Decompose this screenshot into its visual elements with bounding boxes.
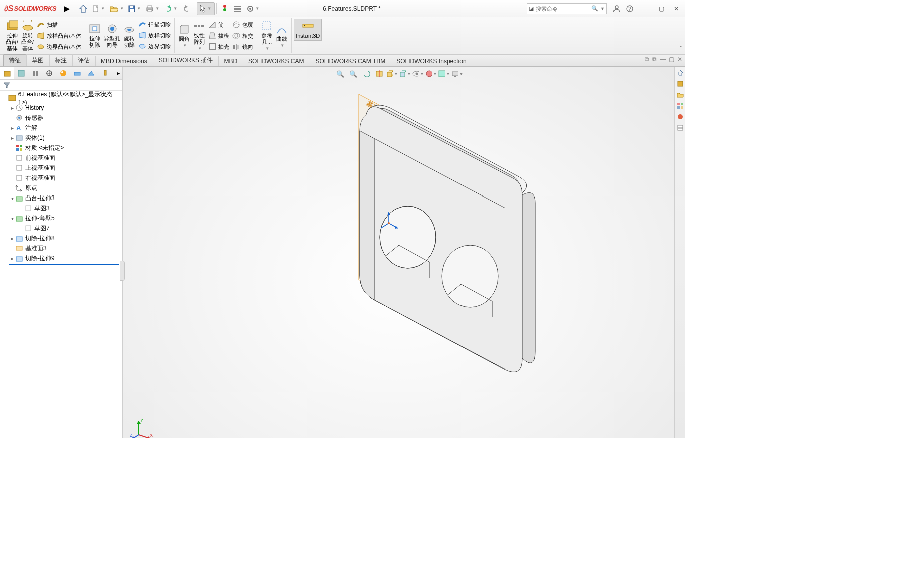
- save-button[interactable]: ▼: [126, 2, 144, 15]
- tab-features[interactable]: 特征: [3, 54, 26, 66]
- tab-sw-inspection[interactable]: SOLIDWORKS Inspection: [391, 56, 472, 66]
- previous-view-icon[interactable]: [360, 68, 372, 79]
- draft-button[interactable]: 拔模: [207, 30, 231, 41]
- extrude-cut-button[interactable]: 拉伸 切除: [87, 22, 102, 49]
- panel-splitter-handle[interactable]: [120, 261, 125, 281]
- print-button[interactable]: ▼: [144, 2, 162, 15]
- dimxpert-tab-icon[interactable]: [42, 67, 56, 79]
- doc-close-icon[interactable]: ✕: [677, 56, 682, 63]
- taskpane-view-palette-icon[interactable]: [675, 101, 685, 111]
- taskpane-library-icon[interactable]: [675, 79, 685, 89]
- sweep-cut-button[interactable]: 扫描切除: [137, 19, 172, 30]
- graphics-viewport[interactable]: 🔍 🔍 ▼ ▼ ▼ ▼ ▼ ▼ 基准面3: [123, 67, 674, 438]
- instant3d-button[interactable]: Instant3D: [294, 19, 322, 41]
- cam-tool-tab-icon[interactable]: [98, 67, 112, 79]
- tree-rollback-bar[interactable]: [9, 264, 119, 265]
- boundary-boss-button[interactable]: 边界凸台/基体: [35, 41, 83, 52]
- taskpane-custom-props-icon[interactable]: [675, 123, 685, 133]
- options-icon[interactable]: [231, 2, 244, 15]
- help-icon[interactable]: ?: [623, 2, 636, 15]
- tree-filter-icon[interactable]: [0, 80, 122, 91]
- taskpane-home-icon[interactable]: [675, 68, 685, 78]
- tree-right-plane[interactable]: 右视基准面: [0, 173, 122, 183]
- tree-boss-extrude3[interactable]: ▾凸台-拉伸3: [0, 193, 122, 203]
- tree-front-plane[interactable]: 前视基准面: [0, 153, 122, 163]
- rib-button[interactable]: 筋: [207, 19, 231, 30]
- doc-maximize-icon[interactable]: ▢: [669, 56, 674, 63]
- taskpane-file-explorer-icon[interactable]: [675, 90, 685, 100]
- zoom-fit-icon[interactable]: 🔍: [334, 68, 346, 79]
- tree-top-plane[interactable]: 上视基准面: [0, 163, 122, 173]
- tree-sketch3[interactable]: 草图3: [0, 203, 122, 213]
- tree-cut-extrude8[interactable]: ▸切除-拉伸8: [0, 233, 122, 243]
- mirror-button[interactable]: 镜向: [231, 41, 255, 52]
- zoom-area-icon[interactable]: 🔍: [347, 68, 359, 79]
- tab-mbd[interactable]: MBD: [218, 56, 243, 66]
- traffic-light-icon[interactable]: [218, 2, 231, 15]
- redo-button[interactable]: [180, 2, 193, 15]
- revolve-cut-button[interactable]: 旋转 切除: [122, 22, 137, 49]
- new-file-button[interactable]: ▼: [90, 2, 108, 15]
- doc-minimize-icon[interactable]: —: [660, 56, 666, 63]
- tree-cut-extrude9[interactable]: ▸切除-拉伸9: [0, 253, 122, 263]
- tree-solid-bodies[interactable]: ▸实体(1): [0, 133, 122, 143]
- window-close-button[interactable]: ✕: [669, 3, 683, 14]
- ribbon-collapse-icon[interactable]: ˆ: [680, 45, 682, 52]
- search-icon[interactable]: 🔍: [591, 5, 599, 12]
- doc-popout-icon[interactable]: ⧉: [652, 56, 657, 63]
- window-minimize-button[interactable]: ─: [639, 3, 653, 14]
- feature-tree-tab-icon[interactable]: [0, 67, 14, 79]
- fillet-button[interactable]: 圆角▼: [177, 22, 192, 50]
- tab-evaluate[interactable]: 评估: [72, 54, 95, 66]
- boundary-cut-button[interactable]: 边界切除: [137, 41, 172, 52]
- reference-geometry-button[interactable]: 参考 几...▼: [259, 19, 274, 53]
- hide-show-icon[interactable]: ▼: [412, 68, 424, 79]
- section-view-icon[interactable]: [373, 68, 385, 79]
- home-icon[interactable]: [77, 2, 90, 15]
- wrap-button[interactable]: 包覆: [231, 19, 255, 30]
- tree-annotations[interactable]: ▸A注解: [0, 123, 122, 133]
- tab-mbd-dimensions[interactable]: MBD Dimensions: [95, 56, 153, 66]
- display-style-icon[interactable]: ▼: [399, 68, 411, 79]
- search-field[interactable]: [536, 6, 591, 12]
- tab-sw-addins[interactable]: SOLIDWORKS 插件: [153, 54, 219, 66]
- curves-button[interactable]: 曲线▼: [274, 22, 289, 50]
- tab-annotate[interactable]: 标注: [49, 54, 72, 66]
- shell-button[interactable]: 抽壳: [207, 41, 231, 52]
- tab-sw-cam[interactable]: SOLIDWORKS CAM: [243, 56, 310, 66]
- tree-extrude-thin5[interactable]: ▾拉伸-薄壁5: [0, 213, 122, 223]
- cam-tree-tab-icon[interactable]: [70, 67, 84, 79]
- undo-button[interactable]: ▼: [162, 2, 180, 15]
- taskpane-appearances-icon[interactable]: [675, 112, 685, 122]
- tab-sw-cam-tbm[interactable]: SOLIDWORKS CAM TBM: [310, 56, 391, 66]
- tree-root[interactable]: 6.Features (默认<<默认>_显示状态 1>): [0, 93, 122, 103]
- tab-sketch[interactable]: 草图: [26, 54, 49, 66]
- tree-sensors[interactable]: 传感器: [0, 113, 122, 123]
- tree-sketch7[interactable]: 草图7: [0, 223, 122, 233]
- edit-appearance-icon[interactable]: ▼: [425, 68, 437, 79]
- config-manager-tab-icon[interactable]: [28, 67, 42, 79]
- loft-button[interactable]: 放样凸台/基体: [35, 30, 83, 41]
- loft-cut-button[interactable]: 放样切除: [137, 30, 172, 41]
- tree-material[interactable]: 材质 <未指定>: [0, 143, 122, 153]
- hole-wizard-button[interactable]: 异型孔 向导: [102, 22, 122, 49]
- orientation-triad[interactable]: Y X Z: [130, 417, 154, 438]
- view-settings-icon[interactable]: ▼: [451, 68, 464, 79]
- extrude-boss-button[interactable]: 拉伸 凸台/ 基体: [4, 19, 20, 53]
- display-manager-tab-icon[interactable]: [56, 67, 70, 79]
- settings-gear-icon[interactable]: ▼: [244, 2, 262, 15]
- doc-restore-icon[interactable]: ⧉: [645, 56, 649, 63]
- play-icon[interactable]: ▶: [60, 2, 73, 15]
- login-icon[interactable]: [610, 2, 623, 15]
- apply-scene-icon[interactable]: ▼: [438, 68, 450, 79]
- property-manager-tab-icon[interactable]: [14, 67, 28, 79]
- linear-pattern-button[interactable]: 线性 阵列▼: [192, 19, 207, 53]
- command-search-input[interactable]: ◪ 🔍 ▼: [527, 3, 607, 14]
- sweep-button[interactable]: 扫描: [35, 19, 83, 30]
- search-dropdown-icon[interactable]: ▼: [599, 6, 606, 11]
- intersect-button[interactable]: 相交: [231, 30, 255, 41]
- panel-overflow-icon[interactable]: ▸: [112, 67, 122, 79]
- cam-op-tab-icon[interactable]: [84, 67, 98, 79]
- open-file-button[interactable]: ▼: [108, 2, 126, 15]
- tree-plane3[interactable]: 基准面3: [0, 243, 122, 253]
